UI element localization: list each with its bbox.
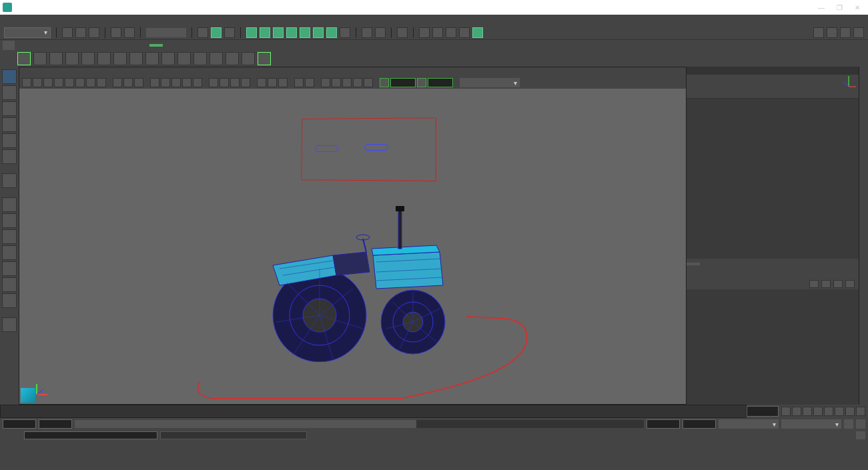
vp-icon[interactable] [43,78,53,87]
shelf-icon-10[interactable] [161,52,175,65]
prefs-button[interactable] [856,419,865,429]
workspace-dropdown[interactable]: ▾ [4,27,51,38]
snap-icon-6[interactable] [313,27,324,38]
range-slider-handle[interactable] [75,420,416,428]
snap-icon-2[interactable] [260,27,270,38]
redo-icon[interactable] [124,27,135,38]
selection-mode-dropdown[interactable] [146,28,186,37]
rig-control-panel[interactable] [301,117,436,181]
vp-icon[interactable] [75,78,85,87]
vp-icon[interactable] [220,78,229,87]
shelf-icon-12[interactable] [193,52,207,65]
construction-history-icon[interactable] [419,27,430,38]
autokey-button[interactable] [844,419,853,429]
select-tool[interactable] [2,69,17,84]
vp-icon[interactable] [353,78,362,87]
play-back-button[interactable] [813,407,823,416]
render-icon-1[interactable] [362,27,372,38]
vp-icon[interactable] [321,78,330,87]
panel-layout-icon-2[interactable] [827,27,837,38]
vp-icon[interactable] [193,78,202,87]
vp-icon[interactable] [65,78,74,87]
layer-icon-new-empty[interactable] [833,280,843,288]
vp-icon[interactable] [342,78,352,87]
lasso-tool[interactable] [2,85,17,100]
range-end-field[interactable] [683,419,716,429]
range-slider-track[interactable] [75,420,644,428]
close-button[interactable]: ✕ [855,4,860,11]
tab-xgen[interactable] [149,44,163,47]
shelf-icon-11[interactable] [177,52,191,65]
vp-colorspace-dropdown[interactable]: ▾ [460,78,520,87]
tab-animation[interactable] [76,44,89,47]
layout-outliner[interactable] [2,261,17,276]
vp-icon[interactable] [182,78,191,87]
shelf-icon-14[interactable] [226,52,239,65]
vp-icon[interactable] [54,78,63,87]
layout-four[interactable] [2,213,17,228]
layer-icon-new-selected[interactable] [845,280,855,288]
shelf-icon-4[interactable] [65,52,79,65]
shelf-icon-8[interactable] [129,52,143,65]
layout-hypershade[interactable] [2,293,17,308]
layer-tab-display[interactable] [687,263,700,265]
minimize-button[interactable]: — [818,4,825,11]
vp-icon[interactable] [332,78,341,87]
tab-bullet[interactable] [179,44,192,47]
construction-history-icon-3[interactable] [446,27,456,38]
tab-curves[interactable] [17,44,31,47]
shelf-icon-1[interactable] [17,52,31,65]
tab-fx[interactable] [105,44,119,47]
range-start-field[interactable] [3,419,36,429]
new-scene-icon[interactable] [62,27,73,38]
layer-icon-up[interactable] [809,280,819,288]
vp-icon[interactable] [113,78,122,87]
tab-redshift[interactable] [164,44,177,47]
snap-icon-8[interactable] [340,27,350,38]
layer-icon-down[interactable] [821,280,831,288]
panel-layout-icon-3[interactable] [840,27,851,38]
panel-layout-icon-4[interactable] [853,27,864,38]
rotate-tool[interactable] [2,133,17,148]
snap-icon-5[interactable] [300,27,310,38]
layout-custom[interactable] [2,317,17,332]
tab-rendering[interactable] [91,44,104,47]
construction-history-icon-5[interactable] [472,27,483,38]
step-back-button[interactable] [803,407,812,416]
range-inner-start-field[interactable] [39,419,72,429]
layout-single[interactable] [2,197,17,212]
snap-icon-7[interactable] [326,27,337,38]
shelf-icon-15[interactable] [242,52,255,65]
tractor-mesh[interactable] [233,189,460,362]
shelf-icon-5[interactable] [81,52,95,65]
open-scene-icon[interactable] [75,27,86,38]
tab-sculpting[interactable] [47,44,60,47]
shelf-icon-2[interactable] [33,52,47,65]
shelf-icon-3[interactable] [49,52,63,65]
tab-custom[interactable] [135,44,148,47]
tab-turtle[interactable] [193,44,207,47]
vp-icon[interactable] [97,78,106,87]
layer-tab-anim[interactable] [713,263,727,265]
current-frame-field[interactable] [747,406,779,417]
vp-icon[interactable] [134,78,143,87]
layout-two-v[interactable] [2,245,17,260]
layout-persp-graph[interactable] [2,277,17,292]
command-input[interactable] [24,431,157,439]
vp-icon[interactable] [294,78,304,87]
shelf-icon-7[interactable] [113,52,127,65]
construction-history-icon-4[interactable] [459,27,470,38]
panel-layout-icon-1[interactable] [813,27,824,38]
vp-icon[interactable] [230,78,240,87]
vp-icon[interactable] [123,78,133,87]
shelf-icon-13[interactable] [209,52,223,65]
tab-rigging[interactable] [61,44,75,47]
last-tool[interactable] [2,173,17,188]
layer-tab-render[interactable] [700,263,713,265]
sel-icon-1[interactable] [197,27,208,38]
shelf-icon-6[interactable] [97,52,111,65]
sel-icon-3[interactable] [224,27,235,38]
shelf-menu-icon[interactable] [3,41,15,50]
vp-exposure-field[interactable] [390,78,416,87]
range-inner-end-field[interactable] [646,419,680,429]
